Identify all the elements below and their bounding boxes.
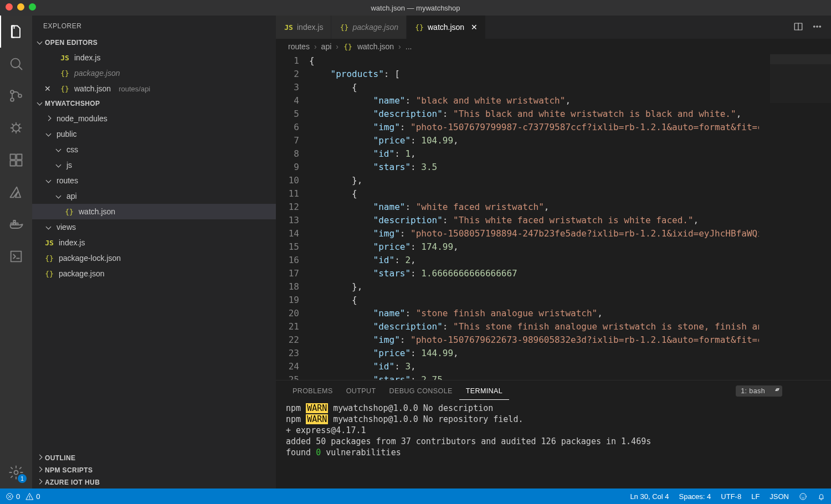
feedback-icon[interactable] <box>799 492 807 501</box>
split-editor-icon[interactable] <box>793 22 803 33</box>
js-file-icon: JS <box>284 23 294 32</box>
status-cursor[interactable]: Ln 30, Col 4 <box>630 492 669 501</box>
status-indent[interactable]: Spaces: 4 <box>679 492 711 501</box>
json-file-icon: {} <box>64 208 74 216</box>
chevron-down-icon <box>38 39 42 47</box>
svg-point-21 <box>800 493 806 499</box>
status-eol[interactable]: LF <box>751 492 760 501</box>
breadcrumb-separator-icon: › <box>398 42 401 51</box>
azure-icon[interactable] <box>0 176 32 208</box>
js-file-icon: JS <box>44 239 54 247</box>
chevron-down-icon <box>44 223 52 232</box>
status-errors[interactable]: 0 <box>6 492 20 501</box>
panel-tab[interactable]: PROBLEMS <box>286 383 340 400</box>
status-encoding[interactable]: UTF-8 <box>721 492 741 501</box>
panel-tab[interactable]: TERMINAL <box>459 383 509 400</box>
folder-item[interactable]: public <box>32 126 276 142</box>
window-controls <box>6 3 36 11</box>
folder-item[interactable]: css <box>32 142 276 157</box>
breadcrumb-segment[interactable]: ... <box>406 42 412 51</box>
svg-point-18 <box>819 25 820 27</box>
folder-item[interactable]: routes <box>32 173 276 188</box>
json-file-icon: {} <box>339 23 349 32</box>
collapsed-section[interactable]: OUTLINE <box>32 452 276 464</box>
open-editor-item[interactable]: ✕{}watch.jsonroutes/api <box>32 81 276 96</box>
svg-rect-8 <box>17 161 22 166</box>
tab-label: index.js <box>297 23 323 32</box>
status-warnings[interactable]: 0 <box>25 492 40 501</box>
svg-point-14 <box>14 471 18 475</box>
svg-rect-12 <box>13 220 16 223</box>
folder-label: api <box>66 192 77 200</box>
file-label: package-lock.json <box>59 254 121 263</box>
file-label: package.json <box>59 269 105 278</box>
editor-tab[interactable]: {}package.json <box>331 16 407 39</box>
breadcrumb-separator-icon: › <box>314 42 317 51</box>
line-numbers: 1234567891011121314151617181920212223242… <box>276 54 309 380</box>
window-minimize-icon[interactable] <box>17 3 24 11</box>
collapsed-section[interactable]: AZURE IOT HUB <box>32 476 276 488</box>
macos-titlebar: watch.json — mywatchshop <box>0 0 831 16</box>
bottom-panel: PROBLEMSOUTPUTDEBUG CONSOLETERMINAL 1: b… <box>276 380 831 488</box>
scm-icon[interactable] <box>0 80 32 112</box>
minimap[interactable] <box>759 54 831 380</box>
workspace-tree: node_modulespubliccssjsroutesapi{}watch.… <box>32 110 276 282</box>
search-icon[interactable] <box>0 48 32 80</box>
more-icon[interactable] <box>812 22 822 33</box>
file-label: index.js <box>59 238 85 247</box>
folder-item[interactable]: api <box>32 188 276 204</box>
terminal-output[interactable]: npm WARN mywatchshop@1.0.0 No descriptio… <box>276 402 831 488</box>
chevron-down-icon <box>54 161 62 169</box>
file-item[interactable]: {}package.json <box>32 266 276 281</box>
window-close-icon[interactable] <box>6 3 13 11</box>
json-file-icon: {} <box>60 69 70 78</box>
window-maximize-icon[interactable] <box>29 3 36 11</box>
json-file-icon: {} <box>414 23 424 32</box>
close-icon[interactable]: ✕ <box>44 84 53 93</box>
editor-tab[interactable]: JSindex.js <box>276 16 331 39</box>
file-item[interactable]: JSindex.js <box>32 235 276 250</box>
status-lang[interactable]: JSON <box>770 492 789 501</box>
debug-icon[interactable] <box>0 112 32 144</box>
editor-tab[interactable]: {}watch.json✕ <box>407 16 486 39</box>
panel-tab[interactable]: OUTPUT <box>340 383 383 400</box>
open-editor-label: index.js <box>74 53 100 62</box>
folder-item[interactable]: views <box>32 219 276 235</box>
breadcrumb-segment[interactable]: routes <box>288 42 310 51</box>
json-file-icon: {} <box>60 85 70 93</box>
svg-rect-13 <box>11 251 22 262</box>
folder-item[interactable]: node_modules <box>32 111 276 126</box>
close-icon[interactable]: ✕ <box>471 23 478 32</box>
breadcrumb-segment[interactable]: api <box>321 42 332 51</box>
chevron-down-icon <box>44 130 52 138</box>
open-editor-label: package.json <box>74 69 120 78</box>
workspace-header[interactable]: MYWATCHSHOP <box>32 97 276 110</box>
terminal-select[interactable]: 1: bash <box>736 385 782 397</box>
status-bar: 0 0 Ln 30, Col 4 Spaces: 4 UTF-8 LF JSON <box>0 488 831 504</box>
breadcrumb-segment[interactable]: watch.json <box>357 42 394 51</box>
code-editor[interactable]: 1234567891011121314151617181920212223242… <box>276 54 831 380</box>
panel-tab[interactable]: DEBUG CONSOLE <box>382 383 459 400</box>
json-file-icon: {} <box>44 270 54 278</box>
folder-item[interactable]: js <box>32 157 276 173</box>
open-editor-item[interactable]: {}package.json <box>32 65 276 81</box>
file-item[interactable]: {}watch.json <box>32 204 276 219</box>
chevron-down-icon <box>44 176 52 185</box>
settings-gear-icon[interactable]: 1 <box>0 456 32 488</box>
json-file-icon: {} <box>343 43 353 51</box>
editor-group: JSindex.js{}package.json{}watch.json✕ ro… <box>276 16 831 488</box>
breadcrumb[interactable]: routes›api›{}watch.json›... <box>276 39 831 54</box>
notifications-icon[interactable] <box>817 492 825 501</box>
open-editor-item[interactable]: JSindex.js <box>32 50 276 65</box>
remote-icon[interactable] <box>0 240 32 272</box>
file-item[interactable]: {}package-lock.json <box>32 250 276 266</box>
open-editors-header[interactable]: OPEN EDITORS <box>32 37 276 49</box>
svg-rect-7 <box>11 161 16 166</box>
sidebar-title: EXPLORER <box>32 16 276 37</box>
docker-icon[interactable] <box>0 208 32 240</box>
extensions-icon[interactable] <box>0 144 32 176</box>
code-content[interactable]: { "products": [ { "name": "black and whi… <box>309 54 759 380</box>
collapsed-section[interactable]: NPM SCRIPTS <box>32 464 276 476</box>
tab-label: watch.json <box>428 23 464 32</box>
explorer-icon[interactable] <box>0 16 32 48</box>
